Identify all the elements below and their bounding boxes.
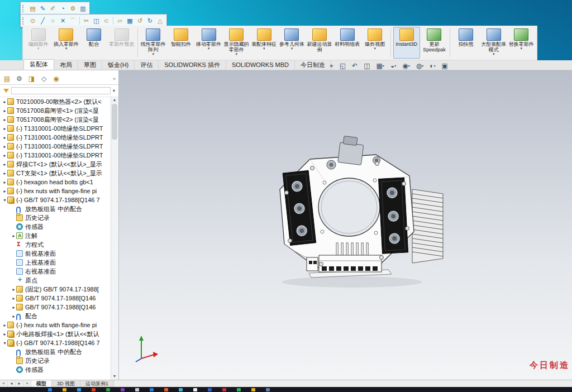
- ribbon-button-smart-fasteners[interactable]: 智能扣件: [168, 27, 194, 59]
- tree-item[interactable]: ▸配合: [0, 312, 111, 321]
- taskbar-app-icon[interactable]: [150, 388, 154, 391]
- taskbar-app-icon[interactable]: [251, 388, 255, 391]
- ribbon-button-edit-component[interactable]: 编辑部件: [25, 27, 52, 59]
- tree-item[interactable]: ▸(-) T1310001-00绝缘垫SLDPRT: [0, 124, 111, 133]
- filter-input[interactable]: [11, 87, 111, 94]
- previous-view-icon[interactable]: ↶: [349, 61, 360, 70]
- tree-item[interactable]: 上视基准面: [0, 258, 111, 267]
- tree-item[interactable]: 放热板组装 中的配合: [0, 347, 111, 356]
- view-settings-icon[interactable]: ▣: [438, 61, 450, 70]
- expand-arrow-icon[interactable]: ▸: [11, 287, 16, 292]
- tab-sheet-metal[interactable]: 钣金(H): [102, 60, 135, 70]
- tree-item[interactable]: ▸小电路板焊接<1> (默认<<默认: [0, 329, 111, 338]
- taskbar-app-icon[interactable]: [222, 388, 226, 391]
- notebook-icon[interactable]: ▥: [78, 4, 88, 13]
- hide-show-icon[interactable]: ◉: [399, 61, 413, 70]
- ribbon-button-mate[interactable]: 配合: [80, 27, 107, 59]
- expand-arrow-icon[interactable]: ▸: [2, 117, 7, 122]
- tree-item[interactable]: ▸T0517008扁闸管<1> (渲染<显: [0, 106, 111, 115]
- taskbar-app-icon[interactable]: [237, 388, 241, 391]
- ribbon-button-take-snapshot[interactable]: 拍快照: [452, 27, 479, 59]
- tab-scroll-first-icon[interactable]: «: [0, 380, 8, 387]
- ribbon-button-reference-geometry[interactable]: 参考几何体: [279, 27, 306, 59]
- ribbon-button-show-hidden[interactable]: 显示隐藏的零部件: [223, 27, 250, 59]
- ribbon-button-assembly-features[interactable]: 装配体特征: [251, 27, 278, 59]
- tree-item[interactable]: 原点: [0, 276, 111, 285]
- tab-sketch[interactable]: 草图: [78, 60, 102, 70]
- expand-arrow-icon[interactable]: ▸: [2, 126, 7, 131]
- scroll-up-icon[interactable]: ▴: [111, 96, 118, 103]
- tree-item[interactable]: ▸GB/T 9074.17-1988[Q146: [0, 294, 111, 303]
- toolbar-grip[interactable]: [22, 5, 26, 12]
- tab-layout[interactable]: 布局: [54, 60, 78, 70]
- tree-item[interactable]: 右视基准面: [0, 267, 111, 276]
- tree-item[interactable]: ▸(-) T1310001-00绝缘垫SLDPRT: [0, 151, 111, 160]
- propertymanager-tab[interactable]: ⚙: [15, 75, 23, 83]
- tab-solidworks-mbd[interactable]: SOLIDWORKS MBD: [226, 60, 295, 70]
- tree-item[interactable]: ▸(-) T1310001-00绝缘垫SLDPRT: [0, 142, 111, 151]
- polygon-icon[interactable]: △: [155, 16, 165, 25]
- appearance-icon[interactable]: ◍: [413, 61, 427, 70]
- expand-arrow-icon[interactable]: ▸: [11, 233, 16, 238]
- expand-arrow-icon[interactable]: ▾: [2, 198, 7, 203]
- tree-item[interactable]: ▸CT支架<1> (默认<<默认>_显示: [0, 169, 111, 178]
- expand-arrow-icon[interactable]: ▸: [2, 153, 7, 158]
- taskbar-app-icon[interactable]: [77, 388, 81, 391]
- tree-item[interactable]: ▸(-) T1310001-00绝缘垫SLDPRT: [0, 133, 111, 142]
- tree-item[interactable]: 放热板组装 中的配合: [0, 204, 111, 213]
- pen-icon[interactable]: ✎: [38, 4, 47, 13]
- section-view-icon[interactable]: ◫: [361, 61, 373, 70]
- ribbon-button-bill-of-materials[interactable]: 材料明细表: [334, 27, 361, 59]
- tree-item[interactable]: 历史记录: [0, 356, 111, 365]
- taskbar-app-icon[interactable]: [193, 388, 197, 391]
- tree-item[interactable]: ▸T0210009-00散热器<2> (默认<: [0, 97, 111, 106]
- ribbon-button-replace-components[interactable]: 替换零部件: [508, 27, 535, 59]
- convert-icon[interactable]: ▱: [115, 16, 125, 25]
- smart-dimension-icon[interactable]: ⊙: [28, 16, 37, 25]
- 3d-views-tab[interactable]: 3D 视图: [52, 380, 80, 387]
- graphics-viewport[interactable]: 今日制造: [119, 70, 572, 380]
- measure-icon[interactable]: ✐: [48, 4, 58, 13]
- ribbon-button-exploded-view[interactable]: 爆炸视图: [361, 27, 388, 59]
- windows-taskbar[interactable]: [0, 387, 572, 392]
- offset-icon[interactable]: ⊂: [102, 16, 111, 25]
- taskbar-app-icon[interactable]: [208, 388, 212, 391]
- ribbon-button-update-speedpak[interactable]: 更新 Speedpak: [421, 27, 448, 59]
- gear-icon[interactable]: ⚙: [68, 4, 78, 13]
- tree-item[interactable]: ▾(-) GB/T 9074.17-1988[Q146 7: [0, 195, 111, 204]
- expand-arrow-icon[interactable]: ▸: [11, 314, 16, 319]
- tree-item[interactable]: 传感器: [0, 222, 111, 231]
- tree-item[interactable]: 历史记录: [0, 213, 111, 222]
- taskbar-app-icon[interactable]: [135, 388, 139, 391]
- toolbar-grip[interactable]: [22, 17, 26, 25]
- expand-arrow-icon[interactable]: ▸: [11, 296, 16, 301]
- scene-icon[interactable]: ◐: [427, 61, 438, 70]
- displaymanager-tab[interactable]: ◉: [52, 75, 60, 83]
- expand-arrow-icon[interactable]: ▸: [11, 305, 16, 310]
- tree-item[interactable]: 前视基准面: [0, 249, 111, 258]
- expand-arrow-icon[interactable]: ▸: [2, 144, 7, 149]
- tab-jinri-zhizao[interactable]: 今日制造: [295, 60, 331, 70]
- scroll-down-icon[interactable]: ▾: [111, 372, 118, 380]
- ribbon-button-move-component[interactable]: 移动零部件: [196, 27, 222, 59]
- taskbar-app-icon[interactable]: [266, 388, 270, 391]
- circle-icon[interactable]: ○: [48, 16, 58, 25]
- line-icon[interactable]: ╱: [38, 16, 47, 25]
- tree-item[interactable]: 方程式: [0, 240, 111, 249]
- trim-icon[interactable]: ✂: [82, 16, 91, 25]
- panel-flyout-chevron-icon[interactable]: »: [113, 76, 116, 82]
- expand-arrow-icon[interactable]: ▸: [2, 99, 7, 104]
- taskbar-app-icon[interactable]: [48, 388, 52, 391]
- featuremanager-tab[interactable]: ▤: [3, 75, 11, 83]
- tree-item[interactable]: ▸(固定) GB/T 9074.17-1988[: [0, 285, 111, 294]
- motion-study-tab[interactable]: 运动算例1: [80, 380, 114, 387]
- mirror-icon[interactable]: ◫: [92, 16, 101, 25]
- sphere-icon[interactable]: ◔: [58, 4, 68, 13]
- zoom-area-icon[interactable]: ◱: [337, 61, 349, 70]
- tree-item[interactable]: ▸焊接CT<1> (默认<<默认>_显示: [0, 160, 111, 169]
- erase-icon[interactable]: ✕: [58, 16, 68, 25]
- tab-solidworks-addins[interactable]: SOLIDWORKS 插件: [159, 60, 226, 70]
- taskbar-app-icon[interactable]: [92, 388, 96, 391]
- tree-item[interactable]: ▸(-) hex nuts with flange-fine pi: [0, 321, 111, 329]
- tree-scrollbar[interactable]: ▴ ▾: [111, 96, 118, 380]
